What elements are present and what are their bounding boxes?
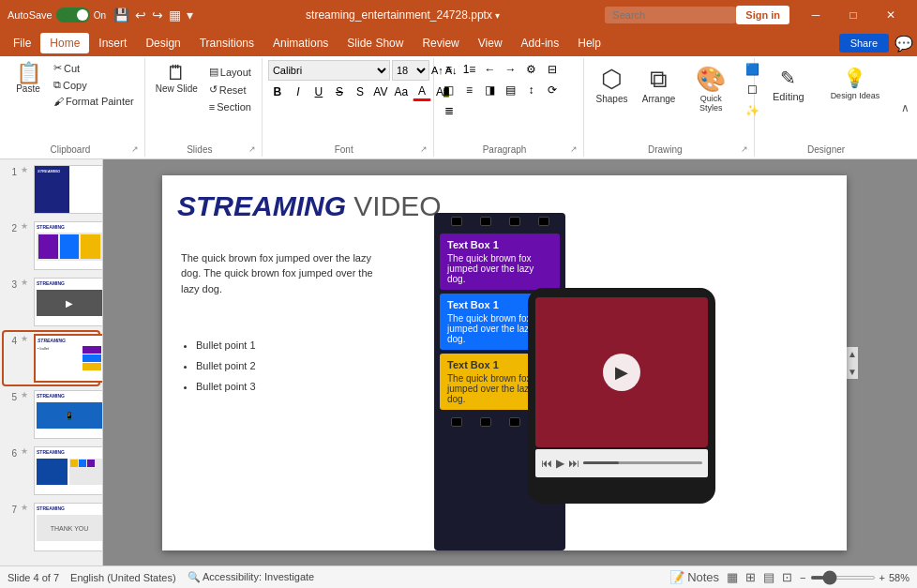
menu-view[interactable]: View — [469, 33, 512, 53]
clipboard-expander[interactable]: ↗ — [131, 144, 139, 154]
bullet-list-button[interactable]: ≡ — [440, 60, 458, 79]
italic-button[interactable]: I — [289, 83, 308, 101]
slides-expander[interactable]: ↗ — [248, 144, 256, 154]
play-pause-button[interactable]: ▶ — [556, 457, 564, 470]
search-input[interactable] — [605, 7, 736, 23]
font-expander[interactable]: ↗ — [420, 144, 428, 154]
line-spacing-button[interactable]: ↕ — [522, 81, 541, 99]
film-hole-bottom — [509, 417, 520, 427]
font-name-select[interactable]: Calibri — [268, 60, 390, 81]
shapes-button[interactable]: ⬡ Shapes — [590, 60, 635, 109]
menu-insert[interactable]: Insert — [89, 33, 136, 53]
slide-item-5[interactable]: 5 ★ STREAMING 📱 — [4, 388, 98, 441]
menu-review[interactable]: Review — [413, 33, 468, 53]
rewind-button[interactable]: ⏮ — [541, 457, 552, 470]
notes-button[interactable]: 📝 Notes — [669, 570, 720, 584]
save-icon[interactable]: 💾 — [113, 8, 129, 23]
charspacing-button[interactable]: AV — [371, 83, 390, 101]
slide-item-7[interactable]: 7 ★ STREAMING THANK YOU — [4, 501, 98, 553]
layout-button[interactable]: ▤ Layout — [204, 64, 256, 80]
slideshow-button[interactable]: ⊡ — [782, 570, 792, 584]
restore-button[interactable]: □ — [834, 0, 872, 30]
bold-button[interactable]: B — [268, 83, 287, 101]
phone-mock: ▶ ⏮ ▶ ⏭ — [528, 288, 715, 513]
drawing-expander[interactable]: ↗ — [741, 144, 748, 154]
reading-view-button[interactable]: ▤ — [763, 570, 774, 584]
sign-in-button[interactable]: Sign in — [736, 6, 789, 24]
scroll-down-button[interactable]: ▼ — [846, 365, 859, 379]
design-ideas-button[interactable]: 💡 Design Ideas — [819, 60, 893, 107]
accessibility[interactable]: 🔍 Accessibility: Investigate — [188, 571, 315, 583]
zoom-in-button[interactable]: + — [879, 572, 885, 583]
align-left-button[interactable]: ◧ — [440, 81, 458, 99]
menu-file[interactable]: File — [4, 33, 40, 53]
minimize-button[interactable]: ─ — [797, 0, 834, 30]
fontcolor-button[interactable]: A — [413, 83, 431, 101]
quick-styles-icon: 🎨 — [696, 65, 726, 94]
reset-button[interactable]: ↺ Reset — [204, 82, 256, 98]
strikethrough-button[interactable]: S — [330, 83, 349, 101]
menu-slideshow[interactable]: Slide Show — [338, 33, 413, 53]
normal-view-button[interactable]: ▦ — [727, 570, 738, 584]
undo-icon[interactable]: ↩ — [135, 8, 146, 23]
slide-thumb-2: STREAMING — [34, 221, 103, 270]
status-right: 📝 Notes ▦ ⊞ ▤ ⊡ − + 58% — [669, 570, 910, 584]
slide-canvas[interactable]: STREAMING VIDEO The quick brown fox jump… — [162, 175, 847, 550]
slide-item-4[interactable]: 4 ★ STREAMING • bullet — [4, 332, 98, 384]
paragraph-expander[interactable]: ↗ — [570, 144, 578, 154]
ribbon-collapse-button[interactable]: ∧ — [897, 58, 913, 157]
copy-button[interactable]: ⧉ Copy — [49, 77, 139, 93]
align-justify-button[interactable]: ▤ — [502, 81, 520, 99]
slide-thumb-6: STREAMING — [34, 446, 103, 495]
arrange-button[interactable]: ⧉ Arrange — [637, 60, 682, 109]
slide-item-2[interactable]: 2 ★ STREAMING — [4, 219, 98, 272]
menu-design[interactable]: Design — [136, 33, 189, 53]
font-size-select[interactable]: 18 — [392, 60, 429, 81]
autosave-toggle[interactable] — [56, 8, 90, 23]
smart-art-button[interactable]: ⚙ — [522, 60, 541, 79]
align-center-button[interactable]: ≡ — [460, 81, 479, 99]
new-slide-button[interactable]: 🗒 New Slide — [151, 60, 203, 97]
cut-button[interactable]: ✂ Cut — [49, 60, 139, 76]
text-direction-button[interactable]: ⟳ — [543, 81, 562, 99]
editing-button[interactable]: ✎ Editing — [760, 60, 817, 109]
menu-addins[interactable]: Add-ins — [512, 33, 569, 53]
slide-item-1[interactable]: 1 ★ STREAMING — [4, 163, 98, 216]
fast-forward-button[interactable]: ⏭ — [568, 457, 579, 470]
text-align-button[interactable]: ≣ — [440, 101, 458, 120]
zoom-out-button[interactable]: − — [800, 572, 805, 583]
dropdown-title-icon[interactable]: ▾ — [495, 10, 500, 21]
comment-button[interactable]: 💬 — [894, 35, 913, 53]
dropdown-icon[interactable]: ▾ — [187, 8, 193, 23]
menu-transitions[interactable]: Transitions — [190, 33, 263, 53]
align-right-button[interactable]: ◨ — [481, 81, 500, 99]
progress-bar[interactable] — [583, 461, 702, 464]
case-button[interactable]: Aa — [392, 83, 411, 101]
scroll-up-button[interactable]: ▲ — [846, 347, 859, 361]
increase-indent-button[interactable]: → — [502, 60, 520, 79]
menu-animations[interactable]: Animations — [263, 33, 338, 53]
play-button[interactable]: ▶ — [603, 354, 640, 391]
slide-sorter-button[interactable]: ⊞ — [745, 570, 756, 584]
designer-content: ✎ Editing 💡 Design Ideas — [760, 60, 892, 143]
slides-content: 🗒 New Slide ▤ Layout ↺ Reset ≡ Section — [151, 60, 256, 143]
section-button[interactable]: ≡ Section — [204, 99, 256, 114]
vertical-scrollbar: ▲ ▼ — [847, 347, 858, 379]
menu-home[interactable]: Home — [40, 33, 89, 53]
paste-button[interactable]: 📋 Paste — [9, 60, 47, 97]
presentation-icon[interactable]: ▦ — [169, 8, 181, 23]
quick-styles-button[interactable]: 🎨 Quick Styles — [684, 60, 740, 117]
close-button[interactable]: ✕ — [872, 0, 909, 30]
share-button[interactable]: Share — [839, 34, 889, 53]
shadow-button[interactable]: S — [351, 83, 369, 101]
underline-button[interactable]: U — [309, 83, 328, 101]
decrease-indent-button[interactable]: ← — [481, 60, 500, 79]
slide-item-3[interactable]: 3 ★ STREAMING ▶ — [4, 276, 98, 328]
columns-button[interactable]: ⊟ — [543, 60, 562, 79]
redo-icon[interactable]: ↪ — [152, 8, 163, 23]
numbered-list-button[interactable]: 1≡ — [460, 60, 479, 79]
slide-item-6[interactable]: 6 ★ STREAMING — [4, 445, 98, 497]
format-painter-button[interactable]: 🖌 Format Painter — [49, 94, 139, 109]
menu-help[interactable]: Help — [568, 33, 610, 53]
zoom-slider[interactable] — [810, 576, 876, 580]
